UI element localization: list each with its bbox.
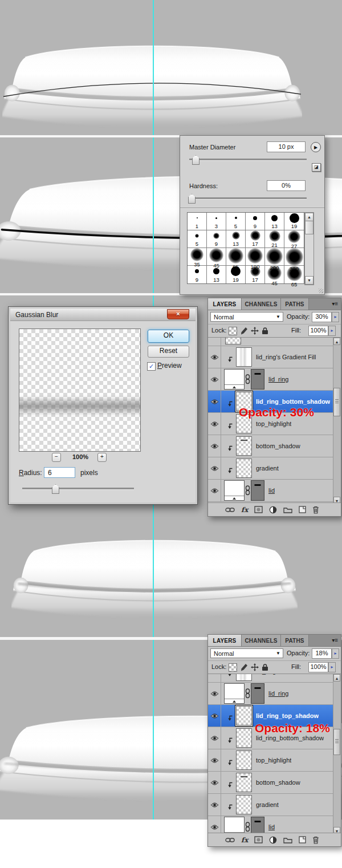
tab-channels[interactable]: CHANNELS	[242, 298, 281, 310]
diameter-slider-thumb[interactable]	[192, 155, 199, 165]
layer-name[interactable]: lid_ring_bottom_shadow	[256, 398, 330, 405]
layer-name[interactable]: gradient	[256, 801, 279, 808]
layer-thumbnail[interactable]	[236, 773, 252, 792]
scroll-up-icon[interactable]: ▲	[333, 338, 340, 345]
fill-value[interactable]: 100%	[308, 326, 328, 336]
tab-paths[interactable]: PATHS	[281, 635, 309, 646]
layer-row[interactable]: gradient	[208, 457, 333, 480]
brush-preset[interactable]: 9	[246, 213, 265, 230]
brush-preset[interactable]: 65	[226, 248, 246, 266]
layer-name[interactable]: bottom_shadow	[256, 443, 300, 449]
opacity-value[interactable]: 18%	[312, 648, 332, 659]
brush-preset[interactable]: 45	[265, 266, 284, 283]
layer-mask-thumbnail[interactable]	[251, 480, 264, 501]
brush-preset[interactable]: 9	[188, 266, 207, 283]
tab-paths[interactable]: PATHS	[281, 298, 309, 310]
layer-name[interactable]: lid_ring	[268, 376, 288, 383]
layer-row[interactable]	[208, 338, 333, 346]
tab-layers[interactable]: LAYERS	[208, 298, 242, 310]
opacity-spinner-icon[interactable]: ▸	[332, 648, 339, 659]
brush-preset[interactable]: 200	[265, 248, 284, 266]
radius-slider-thumb[interactable]	[52, 484, 59, 494]
eye-toggle[interactable]	[208, 368, 221, 390]
layer-name[interactable]: lid_ring	[268, 690, 288, 697]
brush-preset[interactable]: 100	[246, 248, 265, 266]
scroll-up-icon[interactable]: ▲	[333, 674, 340, 682]
new-layer-icon[interactable]	[299, 836, 306, 843]
brush-preset[interactable]: 13	[265, 213, 284, 230]
layer-style-fx-icon[interactable]: fx	[241, 836, 248, 844]
layer-thumbnail[interactable]	[224, 480, 264, 501]
layer-name[interactable]: lid	[268, 487, 275, 494]
layer-thumbnail[interactable]	[224, 369, 264, 390]
layer-name[interactable]: lid_ring_bottom_shadow	[256, 735, 324, 741]
lock-all-icon[interactable]	[262, 663, 268, 671]
layer-thumbnail[interactable]	[236, 674, 252, 681]
diameter-slider-track[interactable]	[189, 159, 307, 161]
layer-style-fx-icon[interactable]: fx	[241, 506, 248, 514]
brush-preset[interactable]: 65	[284, 266, 304, 283]
brush-preset[interactable]: 21	[265, 230, 284, 248]
layers-scrollbar[interactable]: ▲ ▼	[333, 338, 341, 504]
layer-thumbnail[interactable]	[236, 436, 252, 456]
layer-mask-thumbnail[interactable]	[251, 683, 264, 704]
brush-preset[interactable]: 5	[226, 213, 246, 230]
lock-move-icon[interactable]	[251, 663, 259, 671]
scroll-up-icon[interactable]: ▲	[305, 213, 314, 221]
hardness-value[interactable]: 0%	[267, 180, 306, 191]
brush-preset[interactable]: 3	[207, 213, 226, 230]
eye-toggle[interactable]	[208, 749, 221, 771]
layer-thumbnail[interactable]	[236, 728, 252, 748]
master-diameter-value[interactable]: 10 px	[267, 141, 306, 152]
lock-brush-icon[interactable]	[240, 663, 248, 671]
eye-toggle[interactable]	[208, 772, 221, 793]
eye-toggle[interactable]	[208, 480, 221, 501]
link-layers-icon[interactable]	[225, 837, 235, 843]
layer-row[interactable]: bottom_shadow	[208, 435, 333, 457]
delete-layer-icon[interactable]	[312, 836, 319, 844]
eye-toggle[interactable]	[208, 435, 221, 457]
eye-toggle[interactable]	[208, 727, 221, 749]
brush-preset[interactable]: 9	[207, 230, 226, 248]
brush-preset[interactable]: 17	[246, 266, 265, 283]
scrollbar-thumb[interactable]	[305, 221, 314, 234]
preview-checkbox[interactable]: ✓	[147, 362, 156, 371]
blur-preview-area[interactable]	[19, 328, 141, 452]
brush-preset[interactable]: 19	[284, 213, 304, 230]
layer-thumbnail[interactable]	[236, 751, 252, 770]
brush-preset[interactable]: 300	[284, 248, 304, 266]
brush-preset[interactable]: 13	[207, 266, 226, 283]
eye-cell[interactable]	[208, 338, 221, 346]
layer-row[interactable]: lid_ring	[208, 368, 333, 391]
panel-menu-icon[interactable]: ▾≡	[332, 635, 341, 646]
lock-all-icon[interactable]	[262, 327, 268, 335]
layer-row[interactable]: lid_ring	[208, 683, 333, 705]
new-preset-button[interactable]: ◪	[312, 163, 321, 172]
layer-content-thumbnail[interactable]	[224, 480, 245, 501]
layer-content-thumbnail[interactable]	[224, 683, 245, 704]
layer-mask-thumbnail[interactable]	[251, 817, 264, 834]
layer-name[interactable]: top_highlight	[256, 757, 291, 764]
scrollbar-thumb[interactable]	[333, 388, 340, 416]
panel-resize-grip[interactable]	[319, 289, 323, 293]
layer-name[interactable]: lid_ring_top_shadow	[256, 712, 319, 719]
blend-mode-select[interactable]: Normal ▼	[210, 648, 283, 658]
zoom-in-button[interactable]: +	[97, 453, 107, 462]
layer-thumbnail[interactable]	[236, 795, 252, 814]
link-layers-icon[interactable]	[225, 507, 235, 513]
fill-spinner-icon[interactable]: ▸	[328, 662, 336, 672]
layer-name[interactable]: bottom_shadow	[256, 779, 300, 786]
new-group-icon[interactable]	[283, 837, 292, 843]
adjustment-layer-icon[interactable]	[269, 836, 277, 844]
layer-row[interactable]: lid_ring's Gradient Fill	[208, 346, 333, 368]
layer-thumbnail[interactable]	[224, 683, 264, 704]
brush-preset[interactable]: 19	[226, 266, 246, 283]
lock-brush-icon[interactable]	[240, 327, 248, 335]
eye-toggle[interactable]	[208, 683, 221, 704]
ok-button[interactable]: OK	[148, 330, 189, 343]
brush-preset[interactable]: 17	[246, 230, 265, 248]
brush-preset[interactable]: 5	[188, 230, 207, 248]
hardness-slider-track[interactable]	[189, 197, 307, 200]
layer-content-thumbnail[interactable]	[224, 369, 245, 390]
brush-grid-scrollbar[interactable]: ▲ ▼	[304, 212, 314, 285]
